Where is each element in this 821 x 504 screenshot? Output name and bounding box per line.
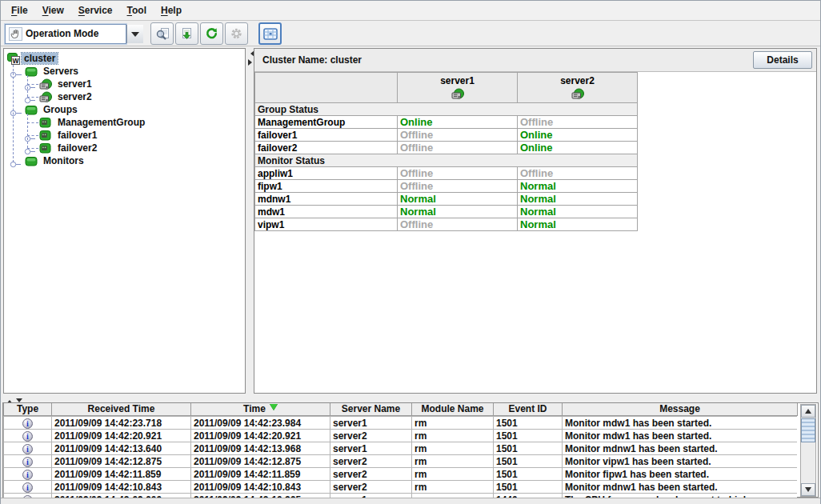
tree-node-cluster[interactable]: Wcluster <box>4 52 245 65</box>
collect-logs-icon[interactable] <box>175 22 198 45</box>
event-col-module-name[interactable]: Module Name <box>412 403 494 415</box>
hand-pointer-icon <box>9 27 22 41</box>
tree-node-failover1[interactable]: failover1 <box>4 129 245 142</box>
event-cell-module-name: rm <box>412 442 494 455</box>
event-header-row: TypeReceived TimeTimeServer NameModule N… <box>4 403 798 415</box>
tree-node-server1[interactable]: server1 <box>4 78 245 90</box>
tree-node-managementgroup[interactable]: ManagementGroup <box>4 116 245 129</box>
event-log-panel: TypeReceived TimeTimeServer NameModule N… <box>2 402 819 498</box>
event-log-scrollbar[interactable] <box>800 404 816 497</box>
status-row-failover1: failover1OfflineOnline <box>255 129 638 142</box>
event-cell-module-name: rm <box>412 455 494 468</box>
vertical-splitter[interactable] <box>246 46 254 396</box>
sort-desc-icon <box>270 404 278 414</box>
event-cell-time: 2011/09/09 14:42:13.968 <box>191 442 330 455</box>
info-icon: i <box>22 457 33 467</box>
tree-connector <box>13 65 14 162</box>
event-cell-server-name: server2 <box>330 468 412 481</box>
info-icon: i <box>22 482 33 493</box>
tree-node-servers[interactable]: Servers <box>4 65 245 78</box>
event-row[interactable]: i2011/09/09 14:42:11.8592011/09/09 14:42… <box>4 468 798 481</box>
menu-tool[interactable]: Tool <box>120 2 154 19</box>
webmanager-window: FileViewServiceToolHelp Operation Mode W… <box>0 0 821 504</box>
event-cell-received-time: 2011/09/09 14:42:10.843 <box>52 481 191 494</box>
server-icon <box>39 78 52 91</box>
scrollbar-thumb[interactable] <box>801 418 815 442</box>
event-cell-type: i <box>4 430 52 442</box>
status-value: Offline <box>398 142 518 154</box>
tree-connector <box>27 114 28 148</box>
options-gear-icon[interactable] <box>225 22 248 45</box>
event-row[interactable]: i2011/09/09 14:42:23.7182011/09/09 14:42… <box>4 417 798 430</box>
cluster-panel-header: Cluster Name: cluster Details <box>254 49 816 72</box>
event-row[interactable]: i2011/09/09 14:42:10.8432011/09/09 14:42… <box>4 481 798 494</box>
reload-icon[interactable] <box>200 22 223 45</box>
event-cell-server-name: server1 <box>330 442 412 455</box>
status-row-name: ManagementGroup <box>255 116 398 129</box>
event-cell-time: 2011/09/09 14:42:23.984 <box>191 417 330 430</box>
tree-node-monitors[interactable]: Monitors <box>4 154 245 167</box>
toolbar: Operation Mode <box>1 22 820 46</box>
menu-view[interactable]: View <box>35 2 71 19</box>
horizontal-splitter[interactable] <box>1 396 820 402</box>
menu-bar: FileViewServiceToolHelp <box>1 1 820 21</box>
status-row-name: mdnw1 <box>255 193 398 206</box>
main-area: WclusterServersserver1server2GroupsManag… <box>1 46 820 396</box>
event-cell-type: i <box>4 417 52 430</box>
integrated-manager-icon[interactable] <box>258 22 282 45</box>
tree-connector <box>27 122 38 123</box>
event-cell-event-id: 1501 <box>494 481 563 494</box>
search-document-icon[interactable] <box>150 22 174 45</box>
status-value: Normal <box>518 218 638 231</box>
info-icon: i <box>22 470 33 480</box>
server-icon <box>518 88 637 101</box>
mode-select-dropdown-button[interactable] <box>126 25 143 43</box>
mode-select[interactable]: Operation Mode <box>5 24 126 44</box>
tree-label: failover2 <box>55 142 99 154</box>
status-header-row: server1server2 <box>255 73 638 103</box>
scroll-up-icon[interactable] <box>801 405 815 418</box>
status-corner-cell <box>255 73 398 103</box>
mode-select-value: Operation Mode <box>26 28 126 39</box>
group-icon <box>39 130 51 141</box>
menu-service[interactable]: Service <box>71 2 120 19</box>
event-cell-time: 2011/09/09 14:42:12.875 <box>191 455 330 468</box>
event-row[interactable]: i2011/09/09 14:42:13.6402011/09/09 14:42… <box>4 442 798 455</box>
event-cell-received-time: 2011/09/09 14:42:12.875 <box>52 455 191 468</box>
event-row[interactable]: i2011/09/09 14:42:12.8752011/09/09 14:42… <box>4 455 798 468</box>
status-value: Offline <box>398 129 518 142</box>
event-cell-received-time: 2011/09/09 14:42:13.640 <box>52 442 191 455</box>
event-col-time[interactable]: Time <box>191 403 330 415</box>
details-button[interactable]: Details <box>753 51 812 69</box>
event-log-header: TypeReceived TimeTimeServer NameModule N… <box>3 403 798 416</box>
tree-node-failover2[interactable]: failover2 <box>4 142 245 154</box>
info-icon: i <box>22 431 33 442</box>
event-cell-module-name: rm <box>412 481 494 494</box>
status-row-name: fipw1 <box>255 180 398 193</box>
event-col-received-time[interactable]: Received Time <box>52 403 191 415</box>
event-col-type[interactable]: Type <box>4 403 52 415</box>
event-col-server-name[interactable]: Server Name <box>330 403 412 415</box>
status-value: Normal <box>518 193 638 206</box>
event-cell-message: Monitor fipw1 has been started. <box>563 468 798 481</box>
tree-handle-collapsed-icon[interactable] <box>10 157 22 171</box>
event-log-table: i2011/09/09 14:42:23.7182011/09/09 14:42… <box>3 416 797 498</box>
event-log-rows: i2011/09/09 14:42:23.7182011/09/09 14:42… <box>3 416 797 498</box>
tree-node-server2[interactable]: server2 <box>4 90 245 103</box>
event-col-event-id[interactable]: Event ID <box>494 403 563 415</box>
event-col-message[interactable]: Message <box>563 403 798 415</box>
status-row-vipw1: vipw1OfflineNormal <box>255 218 638 231</box>
status-row-appliw1: appliw1OfflineOffline <box>255 167 638 180</box>
tree-node-groups[interactable]: Groups <box>4 103 245 116</box>
scroll-down-icon[interactable] <box>801 483 815 496</box>
status-section-group-status: Group Status <box>255 103 638 116</box>
menu-file[interactable]: File <box>4 2 35 19</box>
info-icon: i <box>22 418 33 429</box>
status-value: Offline <box>398 180 518 193</box>
event-row[interactable]: i2011/09/09 14:42:20.9212011/09/09 14:42… <box>4 430 798 442</box>
event-cell-message: Monitor mdnw1 has been started. <box>563 481 798 494</box>
menu-help[interactable]: Help <box>154 2 189 19</box>
event-cell-type: i <box>4 468 52 481</box>
event-cell-message: Monitor mdw1 has been started. <box>563 430 798 442</box>
status-value: Online <box>518 142 638 154</box>
